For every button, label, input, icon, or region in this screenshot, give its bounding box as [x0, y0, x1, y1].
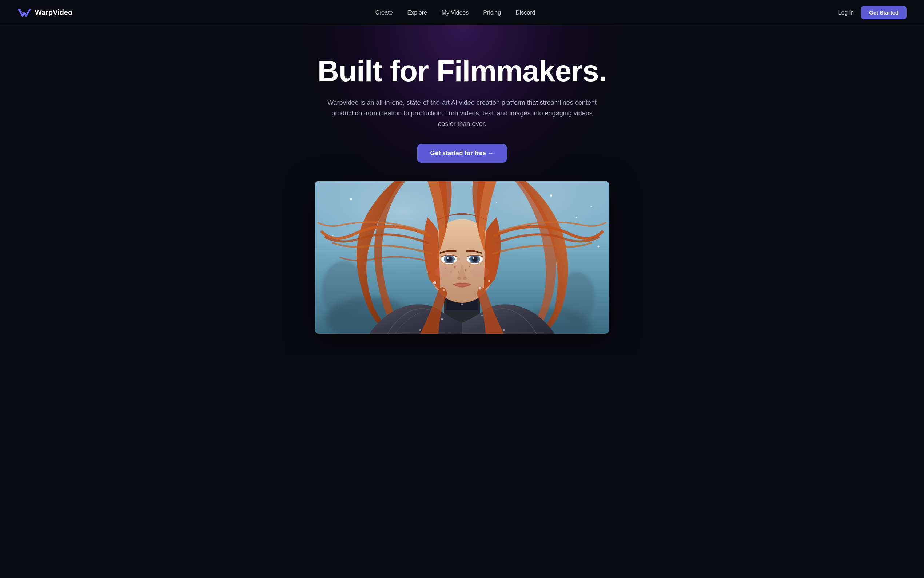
nav-link-create[interactable]: Create	[375, 10, 393, 16]
svg-point-40	[465, 269, 467, 271]
hero-image	[315, 181, 609, 334]
hero-portrait-svg	[315, 181, 609, 334]
hero-image-container	[315, 181, 609, 334]
nav-item-explore[interactable]: Explore	[408, 10, 427, 16]
cta-button[interactable]: Get started for free →	[417, 144, 507, 163]
svg-point-20	[591, 206, 592, 207]
nav-item-myvideos[interactable]: My Videos	[442, 10, 469, 16]
svg-point-55	[481, 315, 483, 316]
login-button[interactable]: Log in	[838, 10, 854, 16]
navbar: WarpVideo Create Explore My Videos Prici…	[0, 0, 924, 26]
svg-point-39	[458, 271, 459, 273]
svg-point-54	[441, 318, 443, 320]
svg-point-7	[350, 198, 352, 200]
svg-point-50	[443, 289, 445, 291]
svg-point-37	[463, 277, 467, 280]
hero-subtitle: Warpvideo is an all-in-one, state-of-the…	[324, 97, 600, 129]
nav-link-explore[interactable]: Explore	[408, 10, 427, 16]
svg-point-12	[576, 217, 577, 218]
svg-point-52	[427, 271, 428, 273]
svg-point-38	[454, 266, 456, 268]
svg-point-17	[471, 187, 472, 188]
svg-point-46	[435, 266, 453, 278]
svg-point-51	[479, 287, 482, 289]
svg-point-47	[471, 266, 489, 278]
navbar-actions: Log in Get Started	[838, 6, 906, 19]
svg-point-49	[488, 280, 490, 282]
hero-section: Built for Filmmakers. Warpvideo is an al…	[0, 26, 924, 356]
svg-point-14	[598, 245, 599, 247]
nav-item-create[interactable]: Create	[375, 10, 393, 16]
svg-point-35	[473, 257, 474, 259]
svg-point-53	[461, 304, 463, 305]
logo-link[interactable]: WarpVideo	[18, 6, 73, 19]
nav-item-pricing[interactable]: Pricing	[483, 10, 501, 16]
svg-point-41	[469, 266, 470, 267]
get-started-nav-button[interactable]: Get Started	[861, 6, 906, 19]
svg-point-57	[419, 329, 421, 331]
svg-point-10	[496, 202, 497, 203]
nav-item-discord[interactable]: Discord	[515, 10, 535, 16]
main-nav: Create Explore My Videos Pricing Discord	[375, 10, 536, 16]
nav-link-discord[interactable]: Discord	[515, 10, 535, 16]
logo-text: WarpVideo	[35, 8, 73, 17]
svg-point-48	[433, 281, 436, 284]
nav-link-myvideos[interactable]: My Videos	[442, 10, 469, 16]
nav-link-pricing[interactable]: Pricing	[483, 10, 501, 16]
svg-point-36	[457, 277, 461, 280]
svg-point-45	[451, 264, 453, 265]
hero-title: Built for Filmmakers.	[15, 55, 909, 88]
warpvideo-logo-icon	[18, 6, 31, 19]
svg-point-11	[550, 194, 552, 196]
svg-point-56	[503, 329, 505, 331]
svg-point-30	[447, 257, 449, 259]
svg-point-13	[332, 235, 333, 236]
